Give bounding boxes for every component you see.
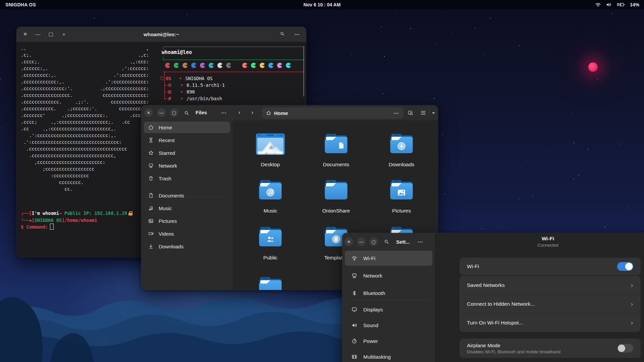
settings-nav-label: Multitasking — [363, 354, 391, 360]
screen-icon — [351, 273, 358, 279]
settings-nav-sound[interactable]: Sound — [345, 318, 432, 333]
maximize-icon[interactable]: ▢ — [170, 108, 178, 117]
power-icon — [351, 338, 358, 344]
sidebar-item-label: Network — [159, 163, 177, 169]
fastfetch-row: # ➤/usr/bin/bash — [168, 95, 222, 102]
sidebar-item-trash[interactable]: Trash — [144, 173, 230, 184]
menu-icon[interactable]: ⋯ — [418, 239, 424, 245]
file-item-partial[interactable] — [247, 277, 294, 290]
sidebar-item-documents[interactable]: Documents — [144, 190, 230, 201]
path-bar[interactable]: Home ⋯ — [262, 107, 404, 119]
music-icon — [148, 205, 154, 211]
palette-dot — [268, 63, 274, 68]
close-icon[interactable]: ✕ — [144, 108, 153, 117]
sidebar-item-label: Trash — [159, 176, 171, 181]
image-icon — [148, 218, 154, 224]
chevron-right-icon: › — [631, 319, 633, 327]
sidebar-item-videos[interactable]: Videos — [144, 228, 230, 239]
airplane-mode-label: Airplane Mode — [467, 343, 617, 349]
multitasking-icon — [351, 354, 358, 360]
sidebar-item-starred[interactable]: Starred — [144, 147, 230, 159]
panel-subtitle: Connected — [435, 243, 644, 248]
clock[interactable]: Nov 6 10 : 04 AM — [0, 2, 644, 7]
minimize-icon[interactable]: — — [157, 108, 166, 117]
file-item-label: Documents — [313, 162, 360, 168]
sidebar-item-label: Videos — [159, 231, 174, 237]
sidebar-item-home[interactable]: Home — [144, 122, 230, 133]
system-tray[interactable]: 14% — [595, 2, 644, 7]
back-icon[interactable]: ‹ — [238, 109, 240, 116]
path-menu-icon[interactable]: ⋯ — [393, 110, 399, 116]
search-icon[interactable] — [280, 31, 285, 38]
fastfetch-row: ⊠ ➤890 — [168, 88, 195, 95]
battery-charging-icon — [616, 2, 625, 7]
display-icon — [351, 306, 358, 313]
search-icon[interactable] — [184, 110, 189, 116]
settings-link-label: Turn On Wi-Fi Hotspot... — [467, 320, 631, 326]
airplane-mode-toggle[interactable] — [617, 344, 633, 353]
chevron-right-icon: › — [631, 300, 633, 308]
forward-icon[interactable]: › — [251, 109, 253, 116]
fastfetch-row: ⚙ ➤6.11.5-arch1-1 — [168, 82, 225, 88]
maximize-icon[interactable]: ▢ — [369, 237, 378, 246]
folder-icon — [324, 133, 348, 154]
settings-nav-bluetooth[interactable]: Bluetooth — [345, 286, 432, 301]
settings-nav-multitasking[interactable]: Multitasking — [345, 349, 432, 362]
settings-nav-wi-fi[interactable]: Wi-Fi — [345, 251, 432, 266]
file-item-label: Desktop — [247, 162, 294, 168]
sidebar-item-label: Recent — [159, 137, 175, 143]
files-sidebar: HomeRecentStarredNetworkTrashDocumentsMu… — [141, 121, 233, 290]
file-item-music[interactable]: Music — [247, 180, 294, 200]
file-item-label: Music — [247, 208, 294, 214]
settings-link-row[interactable]: Connect to Hidden Network...› — [460, 294, 641, 313]
settings-titlebar[interactable]: ✕ — ▢ Sett... ⋯ — [342, 233, 435, 250]
settings-nav-displays[interactable]: Displays — [345, 302, 432, 317]
sidebar-item-recent[interactable]: Recent — [144, 134, 230, 146]
settings-nav-label: Displays — [363, 307, 383, 313]
sidebar-separator — [347, 300, 430, 300]
wifi-toggle[interactable] — [617, 262, 633, 271]
minimize-icon[interactable]: — — [357, 237, 366, 246]
file-item-label: Public — [247, 255, 294, 261]
view-options-caret-icon[interactable] — [432, 112, 435, 114]
list-view-icon[interactable] — [421, 110, 426, 115]
search-icon[interactable] — [384, 239, 389, 244]
chevron-right-icon: › — [631, 281, 633, 289]
settings-link-row[interactable]: Turn On Wi-Fi Hotspot...› — [460, 313, 641, 332]
breadcrumb: Home — [274, 110, 391, 116]
file-item-downloads[interactable]: Downloads — [378, 133, 425, 154]
files-headerbar[interactable]: ✕ — ▢ Files ⋯ ‹ › Home ⋯ — [141, 105, 438, 121]
sidebar-item-music[interactable]: Music — [144, 202, 230, 214]
airplane-mode-card: Airplane Mode Disables Wi-Fi, Bluetooth … — [460, 339, 641, 358]
sidebar-item-network[interactable]: Network — [144, 160, 230, 171]
settings-link-label: Connect to Hidden Network... — [467, 301, 631, 307]
menu-icon[interactable]: ⋯ — [221, 110, 227, 116]
volume-icon — [606, 2, 612, 7]
settings-nav-label: Sound — [363, 322, 378, 328]
terminal-scrollbar[interactable] — [303, 46, 304, 97]
file-item-public[interactable]: Public — [247, 227, 294, 247]
file-item-pictures[interactable]: Pictures — [378, 180, 425, 200]
close-icon[interactable]: ✕ — [344, 237, 353, 246]
trash-icon — [148, 175, 154, 181]
settings-nav-power[interactable]: Power — [345, 334, 432, 349]
settings-link-row[interactable]: Saved Networks› — [460, 276, 641, 294]
search-everywhere-icon[interactable] — [408, 110, 414, 116]
file-item-onionshare[interactable]: OnionShare — [313, 180, 360, 200]
settings-nav-network[interactable]: Network — [345, 268, 432, 283]
settings-window[interactable]: ✕ — ▢ Sett... ⋯ Wi-FiNetworkBluetoothDis… — [342, 233, 644, 362]
video-icon — [148, 231, 154, 237]
hash-icon: # — [168, 96, 172, 101]
fastfetch-userhost: whoami@leo — [162, 49, 192, 56]
sidebar-item-pictures[interactable]: Pictures — [144, 215, 230, 227]
file-item-documents[interactable]: Documents — [313, 133, 360, 154]
file-item-desktop[interactable]: Desktop — [247, 133, 294, 155]
sidebar-item-downloads[interactable]: Downloads — [144, 241, 230, 252]
terminal-titlebar[interactable]: ✕ — ▢ ＋ whoami@leo:~ ⋯ — [16, 27, 306, 42]
folder-icon — [258, 277, 282, 290]
desktop: SNIGDHA OS Nov 6 10 : 04 AM 14% — [0, 0, 644, 362]
palette-dot — [165, 63, 170, 68]
menu-icon[interactable]: ⋯ — [294, 31, 300, 38]
fastfetch-ascii-logo: .. , .c;. .,c: .cccc;. .,:ccc: .cccccc:,… — [21, 45, 149, 192]
activities-os-label[interactable]: SNIGDHA OS — [0, 2, 36, 7]
